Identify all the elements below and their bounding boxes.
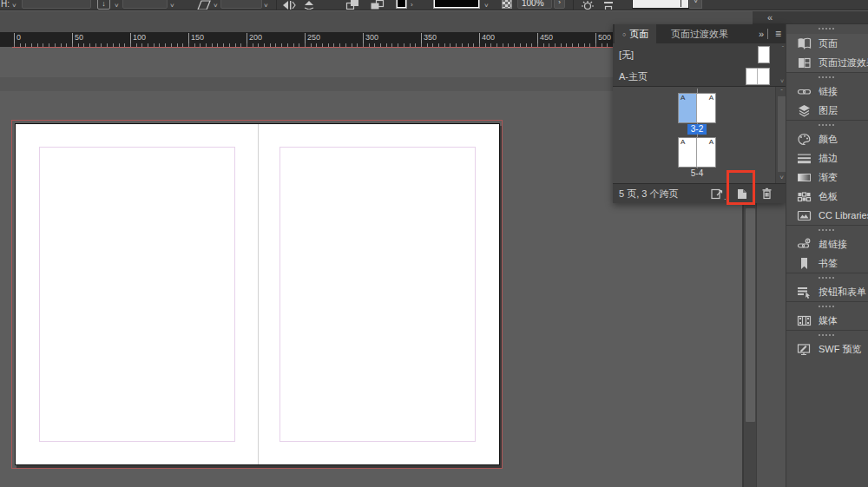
- dock-group-swf-preview: SWF 预览: [786, 339, 868, 359]
- opacity-spinner[interactable]: ›: [554, 0, 565, 9]
- cc-libraries-icon: [797, 209, 812, 222]
- indesign-window: H: ˅ ↓ ˅ ˅ ˅ ˅ › ˅ 100% ›: [0, 0, 868, 487]
- document-spread[interactable]: [15, 123, 500, 465]
- options-bar: H: ˅ ↓ ˅ ˅ ˅ ˅ › ˅ 100% ›: [0, 0, 868, 10]
- master-a-label[interactable]: A-主页: [619, 70, 648, 83]
- ruler-tick: 350: [421, 33, 437, 47]
- collapse-panels-icon[interactable]: «: [767, 12, 773, 23]
- page-count-status: 5 页, 3 个跨页: [619, 188, 678, 201]
- dock-item-layers[interactable]: 图层: [786, 101, 868, 120]
- dock-item-swf-preview[interactable]: SWF 预览: [786, 339, 868, 359]
- rotation-field[interactable]: [220, 0, 262, 9]
- master-a-thumbnail[interactable]: [746, 68, 770, 85]
- chevron-down-icon[interactable]: ˅: [170, 3, 174, 10]
- dock-item-buttons-forms[interactable]: 按钮和表单: [786, 282, 868, 301]
- dock-item-page-transitions[interactable]: 页面过渡效果: [786, 53, 868, 72]
- master-none-label[interactable]: [无]: [619, 49, 634, 62]
- dock-group-handle[interactable]: [786, 24, 868, 34]
- chevron-down-icon[interactable]: ˅: [12, 3, 16, 10]
- paragraph-style-icon[interactable]: ↓: [97, 0, 110, 10]
- edit-page-size-button[interactable]: [708, 187, 724, 201]
- buttons-forms-icon: [797, 286, 812, 299]
- spread-label-row: 5-4: [667, 168, 727, 179]
- page-4-thumbnail[interactable]: A: [697, 137, 716, 168]
- dock-group-color: 颜色 描边 渐变 色板 CC Libraries: [786, 129, 868, 225]
- ruler-tick: 50: [72, 33, 83, 47]
- shear-icon[interactable]: [197, 0, 211, 10]
- dock-group-handle[interactable]: [786, 225, 868, 234]
- chevron-down-icon[interactable]: ˅: [264, 3, 268, 10]
- spread-thumbnail-5-4[interactable]: A A: [678, 137, 716, 168]
- page-5-thumbnail[interactable]: A: [678, 137, 697, 168]
- gradient-icon: [797, 171, 812, 184]
- color-icon: [797, 133, 812, 146]
- dock-item-bookmarks[interactable]: 书签: [786, 253, 868, 273]
- h-value-field[interactable]: [22, 0, 91, 9]
- dock-item-media[interactable]: 媒体: [786, 311, 868, 330]
- pages-panel: ○页面 页面过渡效果 » ≡ [无] A-主页 ˆ ˅ A A 3-2: [613, 24, 786, 203]
- drop-shadow-icon[interactable]: [602, 0, 615, 10]
- page-3-thumbnail[interactable]: A: [678, 93, 697, 123]
- dock-group-handle[interactable]: [786, 72, 868, 82]
- dock-group-buttons-forms: 按钮和表单: [786, 282, 868, 301]
- dock-group-handle[interactable]: [786, 273, 868, 282]
- effects-icon[interactable]: [581, 0, 595, 10]
- scroll-down-icon[interactable]: ˅: [780, 78, 784, 84]
- chevron-down-icon[interactable]: ˅: [214, 3, 218, 10]
- dock-group-handle[interactable]: [786, 120, 868, 129]
- dock-item-gradient[interactable]: 渐变: [786, 168, 868, 187]
- links-icon: [797, 85, 812, 98]
- pages-panel-statusbar: 5 页, 3 个跨页 .: [613, 183, 786, 203]
- panel-menu-icon[interactable]: ≡: [775, 24, 781, 43]
- ruler-tick: 400: [479, 33, 495, 47]
- arrange-front-icon[interactable]: [345, 0, 360, 10]
- master-pages-section: [无] A-主页 ˆ ˅: [613, 43, 786, 87]
- dock-item-cc-libraries[interactable]: CC Libraries: [786, 206, 868, 225]
- dock-item-color[interactable]: 颜色: [786, 129, 868, 148]
- ruler-tick: 500: [595, 33, 611, 47]
- vertical-scrollbar[interactable]: [742, 203, 757, 487]
- tab-page-transitions[interactable]: 页面过渡效果: [663, 24, 736, 43]
- opacity-field[interactable]: 100%: [517, 0, 552, 9]
- margin-guide-right-page: [279, 147, 476, 442]
- dock-item-pages[interactable]: 页面: [786, 34, 868, 53]
- arrange-back-icon[interactable]: [370, 0, 385, 10]
- flip-vertical-icon[interactable]: [302, 0, 316, 10]
- scroll-up-icon[interactable]: ˆ: [782, 45, 784, 51]
- tab-pages[interactable]: ○页面: [615, 24, 656, 43]
- master-none-thumbnail[interactable]: [758, 46, 770, 63]
- pages-panel-tabbar: ○页面 页面过渡效果 » ≡: [613, 24, 786, 43]
- transparency-grid-icon[interactable]: [502, 0, 512, 9]
- spread-thumbnail-3-2[interactable]: A A: [678, 93, 716, 123]
- h-field-label: H:: [1, 0, 10, 9]
- fill-swatch[interactable]: [396, 0, 407, 9]
- bookmarks-icon: [797, 257, 812, 270]
- preset-combo-arrow[interactable]: ˅: [689, 0, 702, 9]
- dock-item-stroke[interactable]: 描边: [786, 148, 868, 168]
- dock-item-links[interactable]: 链接: [786, 82, 868, 101]
- chevron-right-icon[interactable]: ›: [411, 2, 413, 9]
- scrollbar-thumb[interactable]: [778, 96, 786, 172]
- dock-item-swatches[interactable]: 色板: [786, 187, 868, 206]
- chevron-down-icon[interactable]: ˅: [115, 3, 119, 10]
- dock-item-hyperlinks[interactable]: 超链接: [786, 234, 868, 253]
- ruler-tick: 0: [14, 33, 21, 47]
- chevron-down-icon[interactable]: ˅: [484, 3, 489, 10]
- delete-page-button[interactable]: [759, 187, 774, 201]
- dock-group-pages: 页面 页面过渡效果: [786, 34, 868, 72]
- dock-group-handle[interactable]: [786, 330, 868, 339]
- dock-group-handle[interactable]: [786, 301, 868, 311]
- panel-overflow-icon[interactable]: »: [759, 24, 764, 43]
- preset-combo[interactable]: [632, 0, 689, 9]
- spread-label-5-4[interactable]: 5-4: [687, 168, 707, 179]
- tab-divider: [767, 29, 768, 39]
- page-transitions-icon: [797, 56, 812, 69]
- stroke-swatch[interactable]: [433, 0, 480, 9]
- window-edge-strip: [757, 203, 786, 487]
- scrollbar-thumb[interactable]: [746, 208, 755, 422]
- flip-horizontal-icon[interactable]: [282, 0, 296, 10]
- ruler-tick: 300: [363, 33, 378, 47]
- pages-section: A A 3-2 A A 5-4 ˆ ˅: [613, 87, 786, 183]
- style-field[interactable]: [122, 0, 168, 9]
- page-2-thumbnail[interactable]: A: [697, 93, 716, 123]
